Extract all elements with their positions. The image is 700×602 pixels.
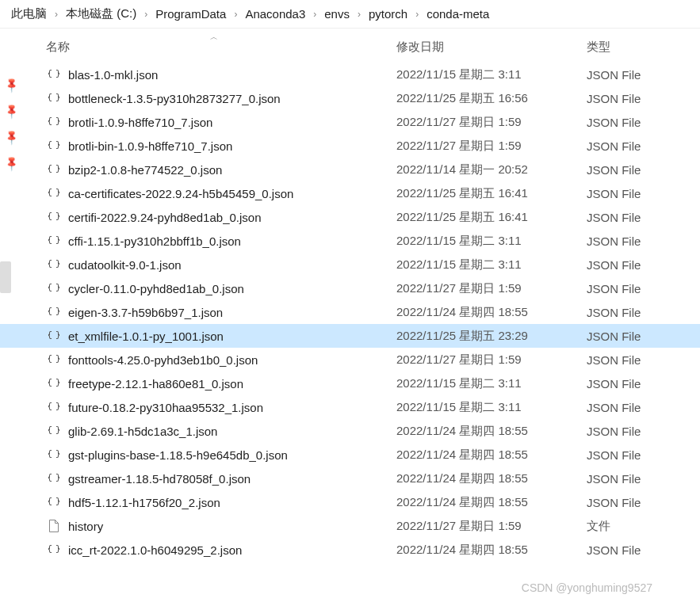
file-row[interactable]: cudatoolkit-9.0-1.json2022/11/15 星期二 3:1…: [0, 253, 700, 276]
file-row[interactable]: blas-1.0-mkl.json2022/11/15 星期二 3:11JSON…: [0, 63, 700, 86]
file-row[interactable]: history2022/11/27 星期日 1:59文件: [0, 514, 700, 538]
breadcrumb-item[interactable]: pytorch: [365, 6, 411, 22]
chevron-right-icon: ›: [143, 9, 149, 20]
file-name: brotli-1.0.9-h8ffe710_7.json: [68, 116, 396, 129]
file-row[interactable]: brotli-bin-1.0.9-h8ffe710_7.json2022/11/…: [0, 134, 700, 158]
file-name: glib-2.69.1-h5dc1a3c_1.json: [68, 425, 396, 438]
file-type: JSON File: [587, 448, 682, 462]
file-type: JSON File: [587, 163, 682, 177]
json-file-icon: [46, 330, 62, 342]
column-headers: 名称 修改日期 类型: [0, 29, 700, 63]
quick-access-pins: 📌 📌 📌 📌: [5, 79, 17, 170]
json-file-icon: [46, 543, 62, 556]
file-row[interactable]: fonttools-4.25.0-pyhd3eb1b0_0.json2022/1…: [0, 348, 700, 371]
breadcrumb-item[interactable]: Anaconda3: [242, 6, 308, 22]
file-type: JSON File: [587, 234, 682, 248]
file-type: JSON File: [587, 139, 682, 153]
column-header-name[interactable]: 名称: [0, 40, 396, 55]
file-row[interactable]: et_xmlfile-1.0.1-py_1001.json2022/11/25 …: [0, 324, 700, 348]
file-row[interactable]: cycler-0.11.0-pyhd8ed1ab_0.json2022/11/2…: [0, 276, 700, 300]
breadcrumb-item[interactable]: 此电脑: [8, 5, 50, 23]
file-type: JSON File: [587, 543, 682, 557]
file-type: 文件: [587, 519, 682, 534]
file-name: gstreamer-1.18.5-hd78058f_0.json: [68, 472, 396, 486]
file-name: certifi-2022.9.24-pyhd8ed1ab_0.json: [68, 211, 396, 224]
file-date: 2022/11/15 星期二 3:11: [396, 67, 587, 82]
chevron-right-icon: ›: [312, 9, 318, 20]
watermark-text: CSDN @yonghuming9527: [522, 581, 652, 594]
file-date: 2022/11/15 星期二 3:11: [396, 257, 587, 272]
file-type: JSON File: [587, 401, 682, 414]
file-type: JSON File: [587, 353, 682, 367]
chevron-right-icon: ›: [232, 9, 239, 20]
file-type: JSON File: [587, 116, 682, 129]
json-file-icon: [46, 163, 62, 176]
file-name: history: [68, 520, 396, 533]
breadcrumb[interactable]: 此电脑›本地磁盘 (C:)›ProgramData›Anaconda3›envs…: [0, 0, 700, 29]
file-name: hdf5-1.12.1-h1756f20_2.json: [68, 496, 396, 509]
file-type: JSON File: [587, 306, 682, 319]
breadcrumb-item[interactable]: envs: [321, 6, 353, 22]
file-row[interactable]: future-0.18.2-py310haa95532_1.json2022/1…: [0, 395, 700, 419]
file-date: 2022/11/25 星期五 16:56: [396, 91, 587, 106]
chevron-right-icon: ›: [53, 9, 59, 20]
json-file-icon: [46, 139, 62, 152]
file-row[interactable]: gst-plugins-base-1.18.5-h9e645db_0.json2…: [0, 443, 700, 467]
file-row[interactable]: bottleneck-1.3.5-py310h2873277_0.json202…: [0, 86, 700, 110]
file-date: 2022/11/15 星期二 3:11: [396, 234, 587, 249]
file-type: JSON File: [587, 282, 682, 295]
file-row[interactable]: eigen-3.3.7-h59b6b97_1.json2022/11/24 星期…: [0, 300, 700, 324]
file-name: gst-plugins-base-1.18.5-h9e645db_0.json: [68, 448, 396, 462]
file-name: freetype-2.12.1-ha860e81_0.json: [68, 377, 396, 391]
json-file-icon: [46, 377, 62, 390]
blank-file-icon: [46, 520, 62, 532]
file-row[interactable]: certifi-2022.9.24-pyhd8ed1ab_0.json2022/…: [0, 205, 700, 229]
json-file-icon: [46, 472, 62, 485]
json-file-icon: [46, 353, 62, 366]
file-name: future-0.18.2-py310haa95532_1.json: [68, 401, 396, 414]
pin-icon: 📌: [2, 103, 20, 120]
file-row[interactable]: hdf5-1.12.1-h1756f20_2.json2022/11/24 星期…: [0, 490, 700, 514]
file-type: JSON File: [587, 68, 682, 82]
file-row[interactable]: ca-certificates-2022.9.24-h5b45459_0.jso…: [0, 181, 700, 205]
file-type: JSON File: [587, 496, 682, 509]
column-header-date[interactable]: 修改日期: [396, 40, 587, 55]
file-name: eigen-3.3.7-h59b6b97_1.json: [68, 306, 396, 319]
breadcrumb-item[interactable]: ProgramData: [152, 6, 229, 22]
breadcrumb-item[interactable]: conda-meta: [423, 6, 492, 22]
file-date: 2022/11/27 星期日 1:59: [396, 519, 587, 534]
file-name: bottleneck-1.3.5-py310h2873277_0.json: [68, 92, 396, 105]
file-row[interactable]: brotli-1.0.9-h8ffe710_7.json2022/11/27 星…: [0, 110, 700, 134]
breadcrumb-item[interactable]: 本地磁盘 (C:): [63, 5, 140, 23]
file-date: 2022/11/24 星期四 18:55: [396, 305, 587, 320]
file-name: et_xmlfile-1.0.1-py_1001.json: [68, 330, 396, 343]
file-date: 2022/11/15 星期二 3:11: [396, 400, 587, 415]
sort-indicator-icon: ︿: [210, 32, 218, 43]
file-date: 2022/11/14 星期一 20:52: [396, 162, 587, 177]
sidebar-scrollbar[interactable]: [0, 261, 11, 293]
chevron-right-icon: ›: [356, 9, 362, 20]
file-date: 2022/11/27 星期日 1:59: [396, 115, 587, 130]
json-file-icon: [46, 234, 62, 247]
json-file-icon: [46, 116, 62, 128]
file-name: brotli-bin-1.0.9-h8ffe710_7.json: [68, 139, 396, 153]
file-row[interactable]: icc_rt-2022.1.0-h6049295_2.json2022/11/2…: [0, 538, 700, 562]
column-header-type[interactable]: 类型: [587, 40, 682, 55]
file-name: icc_rt-2022.1.0-h6049295_2.json: [68, 543, 396, 557]
json-file-icon: [46, 306, 62, 318]
json-file-icon: [46, 187, 62, 200]
file-date: 2022/11/24 星期四 18:55: [396, 495, 587, 510]
json-file-icon: [46, 282, 62, 295]
file-date: 2022/11/15 星期二 3:11: [396, 376, 587, 391]
pin-icon: 📌: [2, 129, 20, 147]
file-row[interactable]: bzip2-1.0.8-he774522_0.json2022/11/14 星期…: [0, 158, 700, 181]
file-row[interactable]: glib-2.69.1-h5dc1a3c_1.json2022/11/24 星期…: [0, 419, 700, 443]
json-file-icon: [46, 68, 62, 81]
file-type: JSON File: [587, 258, 682, 272]
file-date: 2022/11/24 星期四 18:55: [396, 471, 587, 486]
file-row[interactable]: gstreamer-1.18.5-hd78058f_0.json2022/11/…: [0, 467, 700, 490]
file-row[interactable]: freetype-2.12.1-ha860e81_0.json2022/11/1…: [0, 371, 700, 395]
file-type: JSON File: [587, 187, 682, 200]
chevron-right-icon: ›: [414, 9, 420, 20]
file-row[interactable]: cffi-1.15.1-py310h2bbff1b_0.json2022/11/…: [0, 229, 700, 253]
